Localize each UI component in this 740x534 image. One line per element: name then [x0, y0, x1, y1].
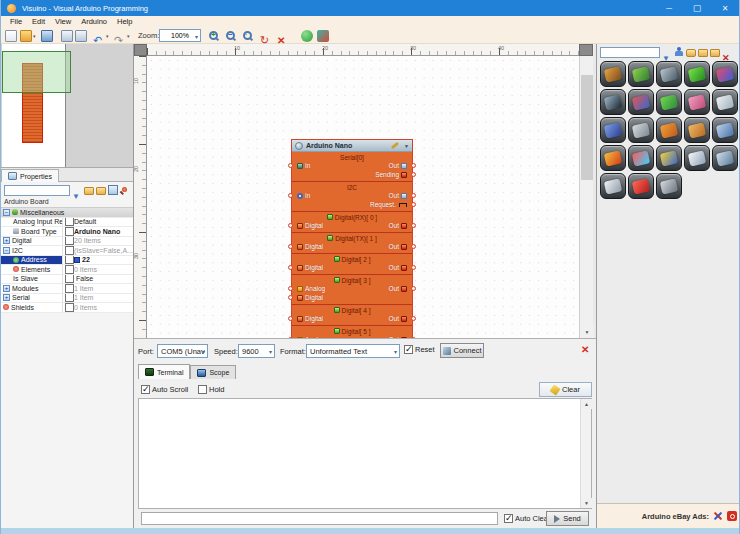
- toolbox-pencil-button[interactable]: [628, 61, 654, 87]
- connect-button[interactable]: Connect: [440, 343, 484, 358]
- toolbox-collapse-icon[interactable]: [710, 49, 720, 57]
- property-checkbox[interactable]: [65, 227, 74, 236]
- filter-icon[interactable]: [72, 185, 82, 195]
- toolbox-cube-button[interactable]: [684, 145, 710, 171]
- zoom-combobox[interactable]: 100%: [159, 29, 201, 42]
- output-pin[interactable]: [411, 286, 416, 291]
- toolbox-search-input[interactable]: [600, 47, 660, 58]
- toolbox-script-button[interactable]: [600, 173, 626, 199]
- properties-search-input[interactable]: [4, 185, 70, 196]
- refresh-icon[interactable]: [260, 30, 272, 42]
- toolbox-plus-blocks-button[interactable]: [656, 89, 682, 115]
- property-elements[interactable]: Elements 0 Items: [1, 265, 133, 275]
- input-pin[interactable]: [288, 286, 293, 291]
- scroll-thumb[interactable]: [581, 75, 593, 180]
- categorized-view-icon[interactable]: [108, 185, 118, 195]
- terminal-output[interactable]: ▲ ▼: [138, 398, 592, 509]
- toolbox-tools-button[interactable]: [600, 61, 626, 87]
- input-pin[interactable]: [288, 193, 293, 198]
- property-board-type[interactable]: Board Type Arduino Nano: [1, 227, 133, 237]
- toolbox-expand-icon[interactable]: [698, 49, 708, 57]
- hold-checkbox[interactable]: [198, 385, 207, 394]
- property-checkbox[interactable]: [65, 237, 74, 246]
- toolbox-sphere-button[interactable]: [628, 117, 654, 143]
- scroll-down-arrow[interactable]: ▼: [580, 325, 594, 338]
- property-modules[interactable]: Modules 1 Item: [1, 284, 133, 294]
- tab-terminal[interactable]: Terminal: [138, 364, 190, 379]
- toolbox-filter-icon[interactable]: [662, 47, 672, 57]
- panel-grid-icon[interactable]: [75, 30, 87, 42]
- output-pin[interactable]: [411, 193, 416, 198]
- open-project-icon[interactable]: [20, 30, 32, 42]
- output-pin[interactable]: [411, 244, 416, 249]
- property-checkbox[interactable]: [65, 218, 74, 227]
- terminal-scrollbar[interactable]: ▲ ▼: [580, 399, 591, 508]
- open-dropdown-icon[interactable]: ▾: [33, 33, 36, 39]
- auto-scroll-checkbox[interactable]: [141, 385, 150, 394]
- zoom-reset-icon[interactable]: ·: [243, 31, 252, 40]
- toolbox-pins-button[interactable]: [712, 61, 738, 87]
- tab-scope[interactable]: Scope: [190, 365, 236, 379]
- component-header[interactable]: Arduino Nano ▼: [292, 140, 412, 152]
- reset-checkbox[interactable]: [404, 345, 413, 354]
- property-group-miscellaneous[interactable]: Miscellaneous: [1, 208, 133, 218]
- canvas-vertical-scrollbar[interactable]: ▲ ▼: [579, 44, 593, 338]
- tree-expander-icon[interactable]: [3, 294, 10, 301]
- toolbox-fish-button[interactable]: [656, 117, 682, 143]
- undo-dropdown-icon[interactable]: ▾: [106, 33, 109, 39]
- redo-dropdown-icon[interactable]: ▾: [127, 33, 130, 39]
- input-pin[interactable]: [288, 295, 293, 300]
- send-input[interactable]: [141, 512, 498, 525]
- tree-expander-icon[interactable]: [3, 209, 10, 216]
- menu-arduino[interactable]: Arduino: [76, 17, 112, 26]
- property-digital[interactable]: Digital 20 Items: [1, 237, 133, 247]
- save-project-icon[interactable]: [41, 30, 53, 42]
- property-analog-input-reference[interactable]: Analog Input Refe... Default: [1, 218, 133, 228]
- toolbox-clock-button[interactable]: [656, 145, 682, 171]
- overview-minimap[interactable]: [1, 44, 133, 168]
- redo-icon[interactable]: [114, 30, 126, 42]
- terminal-scroll-down-arrow[interactable]: ▼: [581, 498, 592, 508]
- expand-all-icon[interactable]: [84, 187, 94, 195]
- help-icon[interactable]: [301, 30, 313, 42]
- panel-layout-icon[interactable]: [61, 30, 73, 42]
- output-pin[interactable]: [411, 163, 416, 168]
- upload-to-arduino-icon[interactable]: [317, 30, 329, 42]
- property-is-slave[interactable]: Is Slave False: [1, 275, 133, 285]
- property-address[interactable]: Address 22: [1, 256, 133, 266]
- input-pin[interactable]: [288, 265, 293, 270]
- input-pin[interactable]: [288, 316, 293, 321]
- user-view-icon[interactable]: [674, 47, 684, 57]
- property-checkbox[interactable]: [65, 303, 74, 312]
- input-pin[interactable]: [288, 163, 293, 168]
- output-pin[interactable]: [411, 202, 416, 207]
- menu-file[interactable]: File: [5, 17, 27, 26]
- minimize-button[interactable]: [655, 0, 683, 16]
- tab-properties[interactable]: Properties: [1, 169, 59, 182]
- toolbox-power-button[interactable]: [628, 173, 654, 199]
- property-shields[interactable]: Shields 0 Items: [1, 303, 133, 313]
- toolbox-shapes-button[interactable]: [628, 89, 654, 115]
- property-i2c[interactable]: I2C (IsSlave=False,A...: [1, 246, 133, 256]
- input-pin[interactable]: [288, 223, 293, 228]
- output-pin[interactable]: [411, 316, 416, 321]
- property-checkbox[interactable]: [65, 284, 74, 293]
- zoom-in-icon[interactable]: +: [209, 31, 218, 40]
- auto-clear-checkbox[interactable]: [504, 514, 513, 523]
- maximize-button[interactable]: [683, 0, 711, 16]
- undo-icon[interactable]: [93, 30, 105, 42]
- disconnect-icon[interactable]: [581, 344, 593, 356]
- toolbox-plants-button[interactable]: [684, 61, 710, 87]
- toolbox-cards-button[interactable]: [712, 117, 738, 143]
- property-checkbox[interactable]: [65, 265, 74, 274]
- toolbox-hand-button[interactable]: [684, 117, 710, 143]
- property-checkbox[interactable]: [65, 294, 74, 303]
- component-arduino-nano[interactable]: Arduino Nano ▼ Serial[0]InOutSendingI2CI…: [291, 139, 413, 338]
- minimap-viewport-rect[interactable]: [2, 51, 71, 93]
- output-pin[interactable]: [411, 172, 416, 177]
- ads-close-icon[interactable]: [713, 511, 723, 521]
- format-combobox[interactable]: Unformatted Text: [306, 344, 400, 358]
- collapse-all-icon[interactable]: [96, 187, 106, 195]
- speed-combobox[interactable]: 9600: [238, 344, 275, 358]
- tree-expander-icon[interactable]: [3, 247, 10, 254]
